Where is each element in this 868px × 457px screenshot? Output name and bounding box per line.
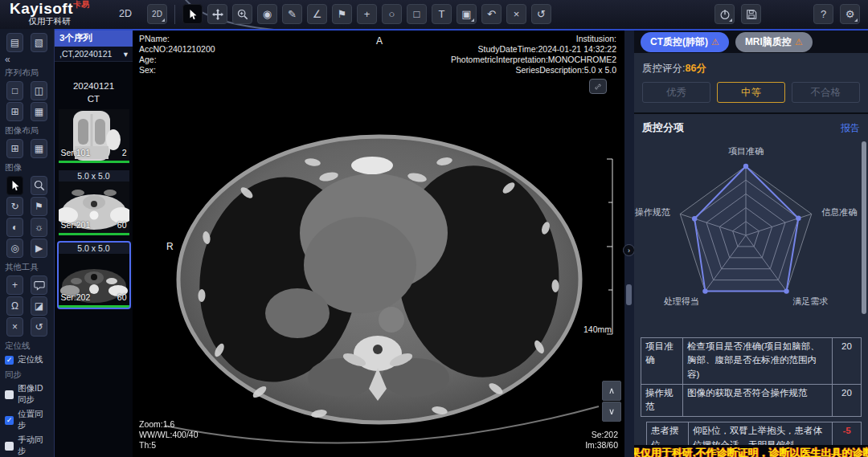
- window-tool-buttons: ? ⚙: [813, 4, 860, 24]
- sidebar-collapse-button[interactable]: «: [0, 54, 54, 65]
- invert-button[interactable]: [714, 4, 735, 24]
- tab-ct-lung-qc[interactable]: CT质控(肺部) ⚠: [641, 32, 729, 52]
- locator-line-checkbox[interactable]: ✓ 定位线: [0, 353, 54, 367]
- brand-tagline: 仅用于科研: [10, 17, 89, 26]
- select-tool-button[interactable]: [182, 4, 203, 24]
- sync-image-id-checkbox[interactable]: ✓ 图像ID同步: [0, 382, 54, 407]
- rating-excellent-button[interactable]: 优秀: [642, 82, 710, 103]
- tab-mri-brain-qc[interactable]: MRI脑质控 ⚠: [735, 32, 813, 52]
- image-layout-3x3-button[interactable]: ▦: [31, 139, 47, 158]
- layout-1x2-button[interactable]: ◫: [31, 81, 47, 100]
- settings-button[interactable]: ⚙: [840, 4, 860, 24]
- windowing-tool-button[interactable]: ◉: [257, 4, 277, 24]
- view-mode-label: 2D: [119, 8, 132, 19]
- checkbox-icon: ✓: [5, 442, 14, 451]
- qc-panel: CT质控(肺部) ⚠ MRI脑质控 ⚠ 质控评分:86分 优秀 中等 不合格 质…: [634, 29, 868, 457]
- panel-collapse-button[interactable]: ›: [623, 244, 635, 256]
- measure-line-button[interactable]: ✎: [282, 4, 302, 24]
- series-list-button[interactable]: ▤: [6, 33, 23, 52]
- app-logo: Kayisoft卡易 仅用于科研: [10, 1, 89, 26]
- panel-scrollbar-thumb[interactable]: [862, 141, 866, 314]
- rect-roi-button[interactable]: □: [407, 4, 427, 24]
- image-select-tool-button[interactable]: [6, 176, 23, 195]
- cobb-angle-button[interactable]: ⚑: [332, 4, 352, 24]
- 2d-view-button[interactable]: 2D: [147, 4, 167, 24]
- flag-icon: ⚑: [35, 201, 43, 212]
- series-thumbnail-202[interactable]: 5.0 x 5.0 Ser:20260: [59, 243, 129, 308]
- series-thumbnail-201[interactable]: 5.0 x 5.0 Ser:20160: [59, 170, 129, 235]
- point-marker-button[interactable]: +: [357, 4, 377, 24]
- reset-tools-button[interactable]: ↺: [31, 317, 47, 337]
- rotate-tool-button[interactable]: ↻: [6, 197, 23, 216]
- ct-axial-image: [133, 31, 624, 457]
- help-button[interactable]: ?: [813, 4, 833, 24]
- rating-fail-button[interactable]: 不合格: [792, 82, 860, 103]
- angle-tool-button[interactable]: ∠: [307, 4, 327, 24]
- scroll-up-button[interactable]: ∧: [602, 381, 621, 401]
- brand-name: Kayisoft: [10, 0, 73, 17]
- sync-position-checkbox[interactable]: ✓ 位置同步: [0, 407, 54, 433]
- criterion-score: 20: [833, 338, 862, 385]
- series-thumbnail-101[interactable]: Ser:1012: [59, 109, 129, 163]
- clear-annotations-button[interactable]: ×: [6, 317, 23, 337]
- qc-main-table: 项目准确 检查项目是否准确(项目如脑部、胸部、腹部是否在标准的范围内容) 20 …: [641, 337, 862, 417]
- reset-icon: ↺: [537, 8, 546, 20]
- sync-manual-checkbox[interactable]: ✓ 手动同步: [0, 433, 54, 457]
- comment-tool-button[interactable]: [31, 275, 47, 295]
- scroll-down-button[interactable]: ∨: [602, 402, 621, 422]
- series-group-title: 20240121 CT: [73, 80, 114, 105]
- delete-annotation-button[interactable]: ×: [506, 4, 526, 24]
- section-locator-label: 定位线: [0, 338, 54, 353]
- divider-scrollbar-thumb[interactable]: [626, 284, 632, 305]
- ellipse-roi-button[interactable]: ○: [382, 4, 402, 24]
- eraser-tool-button[interactable]: ◪: [31, 296, 47, 316]
- thumbnail-size-label: 5.0 x 5.0: [59, 243, 129, 254]
- reset-view-button[interactable]: ↺: [531, 4, 551, 24]
- svg-text:项目准确: 项目准确: [728, 146, 764, 156]
- checkbox-icon: ✓: [5, 390, 14, 399]
- pan-tool-button[interactable]: [207, 4, 227, 24]
- ellipse-icon: ○: [389, 8, 395, 20]
- image-layout-2x2-button[interactable]: ⊞: [6, 139, 23, 158]
- cine-play-button[interactable]: ▶: [31, 239, 47, 258]
- zoom-tool-button[interactable]: [232, 4, 252, 24]
- text-annotation-button[interactable]: T: [432, 4, 452, 24]
- series-group-date: 20240121: [73, 80, 114, 92]
- rating-medium-button[interactable]: 中等: [717, 82, 785, 103]
- save-button[interactable]: [741, 4, 761, 24]
- report-link[interactable]: 报告: [841, 121, 860, 135]
- criterion-score: 20: [833, 384, 862, 417]
- flag-tool-button[interactable]: ⚑: [31, 197, 47, 216]
- image-zoom-tool-button[interactable]: [31, 176, 47, 195]
- layout-3x3-button[interactable]: ▦: [31, 102, 47, 121]
- magnet-tool-button[interactable]: Ω: [6, 296, 23, 316]
- add-marker-button[interactable]: +: [6, 275, 23, 295]
- layout-1x1-button[interactable]: □: [6, 81, 23, 100]
- target-tool-button[interactable]: ◎: [6, 239, 23, 258]
- series-group-modality: CT: [73, 92, 114, 105]
- thumbnail-image-count: 2: [122, 148, 127, 157]
- main-tool-buttons: 2D ◉ ✎ ∠ ⚑ + ○ □ T ▣ ↶ × ↺: [147, 4, 551, 24]
- link-series-button[interactable]: [589, 79, 607, 94]
- brightness-tool-button[interactable]: ☼: [31, 218, 47, 237]
- image-window-button[interactable]: ▣: [457, 4, 477, 24]
- thumbnail-series-label: Ser:101: [61, 148, 91, 157]
- layout-2x2-button[interactable]: ⊞: [6, 102, 23, 121]
- contrast-icon: ◐: [12, 222, 18, 233]
- help-icon: ?: [821, 8, 826, 20]
- contrast-tool-button[interactable]: ◐: [6, 218, 23, 237]
- svg-text:信息准确: 信息准确: [821, 207, 857, 217]
- qc-rating-buttons: 优秀 中等 不合格: [634, 82, 868, 103]
- thickness-label: Th:5: [139, 440, 199, 451]
- image-viewport[interactable]: PName: AccNO:2401210200 Age: Sex: A R In…: [133, 29, 624, 457]
- image-number-label: Im:38/60: [585, 440, 618, 451]
- magnifier-icon: [34, 180, 45, 191]
- study-dropdown[interactable]: ,CT,20240121 ▾: [55, 47, 133, 62]
- disclaimer-marquee: 结果仅用于科研,不作诊断证明，诊断以医生出具的诊断: [634, 445, 868, 457]
- undo-button[interactable]: ↶: [481, 4, 502, 24]
- panel-divider: ›: [624, 29, 634, 457]
- layout-preset-button[interactable]: ▧: [31, 33, 47, 52]
- qc-score-row: 质控评分:86分: [634, 53, 868, 82]
- svg-text:处理得当: 处理得当: [664, 296, 699, 306]
- thumbnail-series-label: Ser:202: [61, 292, 91, 302]
